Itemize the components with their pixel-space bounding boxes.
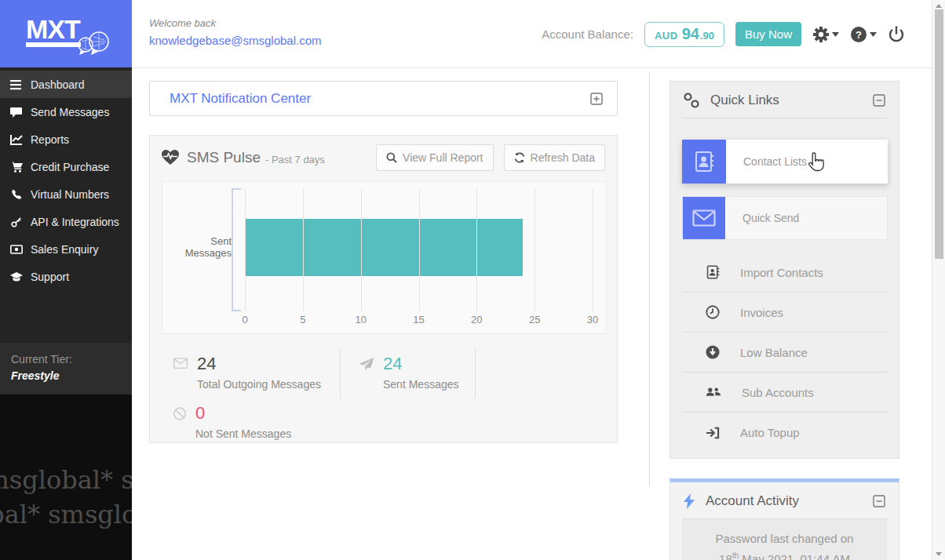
buy-now-button[interactable]: Buy Now — [735, 22, 801, 46]
stat-label: Total Outgoing Messages — [197, 378, 321, 391]
sidebar-item-label: Credit Purchase — [31, 161, 109, 173]
collapse-minus-icon[interactable] — [873, 495, 885, 507]
sidebar-item-reports[interactable]: Reports — [0, 125, 132, 153]
quick-link-label: Import Contacts — [740, 266, 823, 279]
refresh-icon — [514, 152, 525, 163]
ban-icon — [172, 405, 188, 420]
quick-link-auto-topup[interactable]: Auto Topup — [682, 413, 888, 453]
stat-label: Not Sent Messages — [195, 427, 291, 440]
sidebar-item-label: Reports — [31, 133, 69, 146]
gridline — [361, 188, 362, 311]
password-changed-text: Password last changed on — [716, 532, 854, 545]
quick-link-label: Contact Lists — [743, 155, 807, 168]
contact-lists-icon-box — [682, 140, 726, 184]
scrollbar-thumb[interactable] — [935, 9, 943, 259]
caret-down-icon — [832, 32, 839, 37]
vertical-scrollbar[interactable] — [932, 0, 945, 560]
account-activity-message: Password last changed on 18th May 2021, … — [682, 518, 887, 560]
gridline — [303, 188, 304, 311]
bar-sent-messages — [245, 219, 523, 276]
gridline — [593, 188, 593, 311]
chat-bubble-icon — [10, 107, 23, 118]
bars-icon — [10, 79, 23, 90]
account-activity-title: Account Activity — [706, 493, 862, 509]
password-changed-date: 18 — [719, 552, 732, 560]
help-menu-button[interactable]: ? — [850, 26, 877, 43]
column-divider — [649, 72, 650, 486]
users-icon — [706, 386, 721, 399]
quick-link-label: Quick Send — [742, 212, 799, 224]
sidebar-item-sales-enquiry[interactable]: Sales Enquiry — [0, 235, 132, 263]
quick-link-label: Low Balance — [740, 346, 808, 359]
cart-icon — [10, 162, 23, 173]
sms-pulse-stats: 24 Total Outgoing Messages 24 Sent Messa… — [162, 349, 607, 448]
sidebar-item-label: Sales Enquiry — [31, 243, 98, 256]
gear-icon — [812, 26, 830, 43]
stat-total-outgoing: 24 Total Outgoing Messages — [162, 349, 341, 398]
account-balance-badge[interactable]: AUD 94 .90 — [644, 22, 724, 47]
sidebar-item-label: API & Integrations — [31, 216, 119, 228]
quick-link-low-balance[interactable]: Low Balance — [682, 333, 888, 373]
gridline — [245, 188, 246, 311]
money-bill-icon — [10, 244, 23, 255]
sidebar-watermark: smsglobal* smsglobal* smsglobal* smsglob… — [0, 395, 132, 560]
address-book-icon — [693, 151, 715, 173]
address-book-icon — [706, 265, 720, 279]
arrow-circle-down-icon — [706, 345, 720, 359]
scroll-up-arrow-icon[interactable] — [936, 4, 942, 8]
sidebar-item-api-integrations[interactable]: API & Integrations — [0, 208, 132, 235]
power-icon — [888, 26, 905, 43]
logout-button[interactable] — [888, 26, 905, 43]
sms-pulse-panel: SMS Pulse - Past 7 days View Full Report… — [149, 135, 618, 443]
quick-link-quick-send[interactable]: Quick Send — [682, 196, 888, 240]
sms-pulse-chart: Sent Messages 051015202530 — [162, 181, 607, 334]
view-full-report-label: View Full Report — [403, 151, 483, 164]
sidebar-item-support[interactable]: Support — [0, 263, 132, 290]
sidebar-item-send-messages[interactable]: Send Messages — [0, 98, 132, 125]
top-header: Welcome back knowledgebase@smsglobal.com… — [132, 0, 932, 68]
quick-links-list: Import Contacts Invoices Low Balance Sub… — [682, 253, 888, 453]
sidebar-item-virtual-numbers[interactable]: Virtual Numbers — [0, 180, 132, 208]
collapse-minus-icon[interactable] — [873, 94, 885, 107]
quick-links-panel: Quick Links Contact Lists Quick Send Imp… — [670, 81, 899, 459]
chart-category-label: Sent Messages — [169, 235, 232, 259]
refresh-data-button[interactable]: Refresh Data — [504, 144, 605, 171]
view-full-report-button[interactable]: View Full Report — [376, 144, 493, 171]
sign-in-arrow-icon — [706, 427, 720, 439]
quick-link-invoices[interactable]: Invoices — [682, 293, 888, 333]
x-tick-label: 20 — [471, 314, 482, 325]
question-circle-icon: ? — [850, 26, 867, 43]
quick-links-title: Quick Links — [710, 93, 862, 108]
brand-logo[interactable]: MXT — [0, 0, 132, 67]
envelope-icon — [172, 355, 189, 369]
x-tick-label: 30 — [587, 314, 598, 325]
sidebar-item-credit-purchase[interactable]: Credit Purchase — [0, 153, 132, 180]
chart-y-axis — [232, 188, 242, 311]
stat-sent-messages: 24 Sent Messages — [341, 349, 476, 398]
sidebar-item-dashboard[interactable]: Dashboard — [0, 71, 132, 98]
x-tick-label: 5 — [300, 314, 305, 325]
expand-plus-icon[interactable] — [590, 93, 603, 105]
notification-center-panel: MXT Notification Center — [149, 81, 618, 116]
quick-link-contact-lists[interactable]: Contact Lists — [682, 140, 888, 184]
scroll-down-arrow-icon[interactable] — [936, 552, 942, 556]
account-email-link[interactable]: knowledgebase@smsglobal.com — [149, 34, 322, 47]
balance-currency: AUD — [655, 30, 678, 42]
stat-label: Sent Messages — [383, 378, 459, 391]
stat-not-sent: 0 Not Sent Messages — [162, 398, 291, 448]
envelope-icon — [692, 209, 716, 227]
magnifier-icon — [386, 152, 397, 163]
welcome-text: Welcome back — [149, 17, 322, 29]
x-tick-label: 15 — [413, 314, 424, 325]
chain-link-icon — [684, 93, 699, 108]
watermark-text: smsglobal* smsglobal* smsglobal* — [0, 500, 132, 529]
tier-value: Freestyle — [11, 369, 121, 382]
stat-value: 0 — [195, 405, 291, 422]
current-tier-block: Current Tier: Freestyle — [0, 343, 132, 395]
watermark-text: smsglobal* smsglobal* smsglobal* — [0, 465, 132, 495]
settings-menu-button[interactable] — [812, 26, 839, 43]
paper-plane-icon — [358, 355, 375, 371]
quick-link-import-contacts[interactable]: Import Contacts — [682, 253, 888, 293]
quick-link-sub-accounts[interactable]: Sub Accounts — [682, 373, 888, 413]
tier-label: Current Tier: — [11, 353, 121, 365]
